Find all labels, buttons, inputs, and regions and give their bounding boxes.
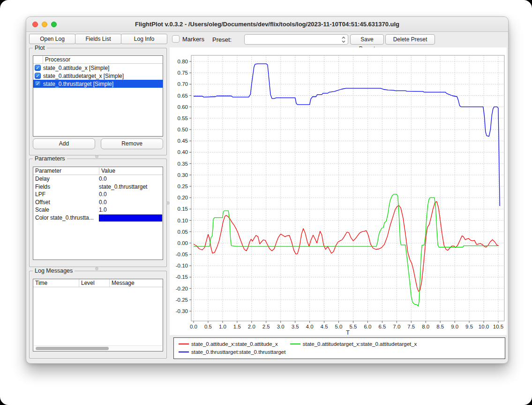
svg-text:-0.30: -0.30 bbox=[176, 308, 188, 314]
log-scrollbar-thumb[interactable] bbox=[36, 347, 109, 350]
value-column-header: Value bbox=[99, 167, 163, 175]
svg-text:0.30: 0.30 bbox=[178, 172, 188, 178]
svg-text:0.10: 0.10 bbox=[178, 218, 188, 223]
plot-list-buttons: Add Remove bbox=[33, 138, 163, 149]
svg-text:0.70: 0.70 bbox=[178, 81, 188, 87]
svg-text:-0.25: -0.25 bbox=[176, 297, 188, 303]
title-bar[interactable]: FlightPlot v.0.3.2 - /Users/oleg/Documen… bbox=[26, 17, 508, 32]
series-label: state_0.attitude_x [Simple] bbox=[43, 65, 109, 71]
combobox-stepper-icon[interactable] bbox=[341, 36, 346, 43]
svg-text:9.0: 9.0 bbox=[451, 324, 458, 329]
legend-line-swatch bbox=[179, 344, 189, 344]
parameter-name: Color state_0.thrustta... bbox=[33, 214, 99, 222]
parameter-row[interactable]: Color state_0.thrustta... bbox=[33, 214, 163, 222]
plot-series-row[interactable]: ✓state_0.attitude_x [Simple] bbox=[33, 64, 163, 72]
parameter-value[interactable]: state_0.thrusttarget bbox=[99, 183, 163, 191]
markers-checkbox-group[interactable]: Markers bbox=[172, 35, 204, 43]
legend-item: state_0.attitudetarget_x:state_0.attitud… bbox=[290, 341, 417, 347]
parameter-value[interactable] bbox=[99, 214, 163, 222]
parameter-row[interactable]: Fieldsstate_0.thrusttarget bbox=[33, 183, 163, 191]
series-label: state_0.thrusttarget [Simple] bbox=[43, 81, 113, 87]
parameter-value[interactable]: 0.0 bbox=[99, 175, 163, 183]
parameters-rows: Delay0.0Fieldsstate_0.thrusttargetLPF0.0… bbox=[33, 175, 163, 222]
svg-text:9.5: 9.5 bbox=[465, 324, 473, 329]
preset-label: Preset: bbox=[212, 36, 232, 43]
svg-text:0.40: 0.40 bbox=[178, 149, 188, 155]
parameter-value[interactable]: 1.0 bbox=[99, 206, 163, 214]
svg-text:3.0: 3.0 bbox=[277, 324, 285, 329]
splitter-grip-top[interactable] bbox=[95, 155, 98, 158]
log-messages-panel: Log Messages Time Level Message bbox=[29, 271, 167, 359]
plot-series-list-box: Processor ✓state_0.attitude_x [Simple]✓s… bbox=[33, 55, 163, 137]
plot-series-row[interactable]: ✓state_0.attitudetarget_x [Simple] bbox=[33, 72, 163, 80]
parameter-row[interactable]: Delay0.0 bbox=[33, 175, 163, 183]
window-title: FlightPlot v.0.3.2 - /Users/oleg/Documen… bbox=[26, 17, 508, 32]
series-checkbox[interactable]: ✓ bbox=[35, 81, 41, 87]
processor-column-header: Processor bbox=[43, 56, 163, 63]
parameter-value[interactable]: 0.0 bbox=[99, 191, 163, 199]
remove-button[interactable]: Remove bbox=[101, 138, 163, 149]
svg-text:0.55: 0.55 bbox=[178, 115, 188, 121]
preset-combobox[interactable] bbox=[244, 34, 348, 45]
log-horizontal-scrollbar[interactable] bbox=[34, 345, 162, 351]
parameters-table: Parameter Value Delay0.0Fieldsstate_0.th… bbox=[33, 167, 163, 260]
series-checkbox[interactable]: ✓ bbox=[35, 73, 41, 79]
svg-text:-0.20: -0.20 bbox=[176, 286, 188, 291]
parameter-row[interactable]: LPF0.0 bbox=[33, 191, 163, 199]
svg-text:6.0: 6.0 bbox=[364, 324, 371, 329]
plot-series-list: ✓state_0.attitude_x [Simple]✓state_0.att… bbox=[33, 64, 163, 88]
legend-item: state_0.attitude_x:state_0.attitude_x bbox=[179, 341, 278, 347]
svg-text:-0.05: -0.05 bbox=[176, 252, 188, 257]
plot-panel: Plot Processor ✓state_0.attitude_x [Simp… bbox=[29, 48, 167, 155]
parameters-panel-title: Parameters bbox=[33, 155, 67, 162]
svg-text:1.0: 1.0 bbox=[219, 324, 226, 329]
svg-text:6.5: 6.5 bbox=[378, 324, 386, 329]
chart-plot-area[interactable]: -0.30-0.25-0.20-0.15-0.10-0.050.000.050.… bbox=[170, 47, 507, 335]
flight-chart[interactable]: -0.30-0.25-0.20-0.15-0.10-0.050.000.050.… bbox=[170, 47, 507, 335]
message-column-header: Message bbox=[109, 279, 163, 287]
add-button[interactable]: Add bbox=[33, 138, 95, 149]
series-color-swatch[interactable] bbox=[99, 214, 162, 222]
minimize-window-button[interactable] bbox=[42, 22, 47, 27]
svg-text:0.00: 0.00 bbox=[178, 240, 188, 246]
fields-list-button[interactable]: Fields List bbox=[75, 34, 121, 44]
time-column-header: Time bbox=[33, 279, 79, 287]
legend-item: state_0.thrusttarget:state_0.thrusttarge… bbox=[179, 349, 285, 355]
parameter-name: Offset bbox=[33, 199, 99, 206]
series-label: state_0.attitudetarget_x [Simple] bbox=[43, 73, 124, 79]
svg-text:10.0: 10.0 bbox=[479, 324, 489, 329]
parameter-value[interactable]: 0.0 bbox=[99, 199, 163, 206]
toolbar-button-group: Open Log Fields List Log Info bbox=[29, 34, 167, 44]
svg-text:2.5: 2.5 bbox=[262, 324, 270, 329]
save-preset-button[interactable]: Save Preset bbox=[350, 34, 384, 45]
svg-text:T: T bbox=[346, 329, 350, 335]
toolbar: Open Log Fields List Log Info Markers Pr… bbox=[26, 32, 508, 47]
parameter-name: LPF bbox=[33, 191, 99, 199]
log-info-button[interactable]: Log Info bbox=[121, 34, 167, 44]
svg-text:3.5: 3.5 bbox=[292, 324, 299, 329]
splitter-grip-bottom[interactable] bbox=[95, 267, 98, 270]
parameter-row[interactable]: Offset0.0 bbox=[33, 199, 163, 206]
parameter-row[interactable]: Scale1.0 bbox=[33, 206, 163, 214]
svg-text:0.45: 0.45 bbox=[178, 138, 188, 144]
splitter-grip-vertical[interactable] bbox=[166, 201, 170, 205]
desktop-background: FlightPlot v.0.3.2 - /Users/oleg/Documen… bbox=[0, 0, 532, 405]
plot-list-header: Processor bbox=[33, 56, 163, 64]
svg-text:5.0: 5.0 bbox=[335, 324, 343, 329]
log-messages-panel-title: Log Messages bbox=[33, 267, 75, 274]
svg-text:0.65: 0.65 bbox=[178, 93, 188, 99]
svg-text:0.5: 0.5 bbox=[204, 324, 212, 329]
series-checkbox[interactable]: ✓ bbox=[35, 65, 41, 71]
preset-input[interactable] bbox=[247, 35, 338, 44]
svg-text:7.0: 7.0 bbox=[393, 324, 400, 329]
svg-text:-0.10: -0.10 bbox=[176, 263, 188, 268]
svg-text:0.80: 0.80 bbox=[178, 59, 188, 64]
parameter-column-header: Parameter bbox=[33, 167, 99, 175]
delete-preset-button[interactable]: Delete Preset bbox=[385, 34, 435, 45]
open-log-button[interactable]: Open Log bbox=[29, 34, 75, 44]
close-window-button[interactable] bbox=[32, 22, 38, 27]
markers-checkbox[interactable] bbox=[172, 35, 180, 43]
plot-series-row[interactable]: ✓state_0.thrusttarget [Simple] bbox=[33, 80, 163, 88]
svg-text:1.5: 1.5 bbox=[233, 324, 241, 329]
zoom-window-button[interactable] bbox=[51, 22, 57, 27]
